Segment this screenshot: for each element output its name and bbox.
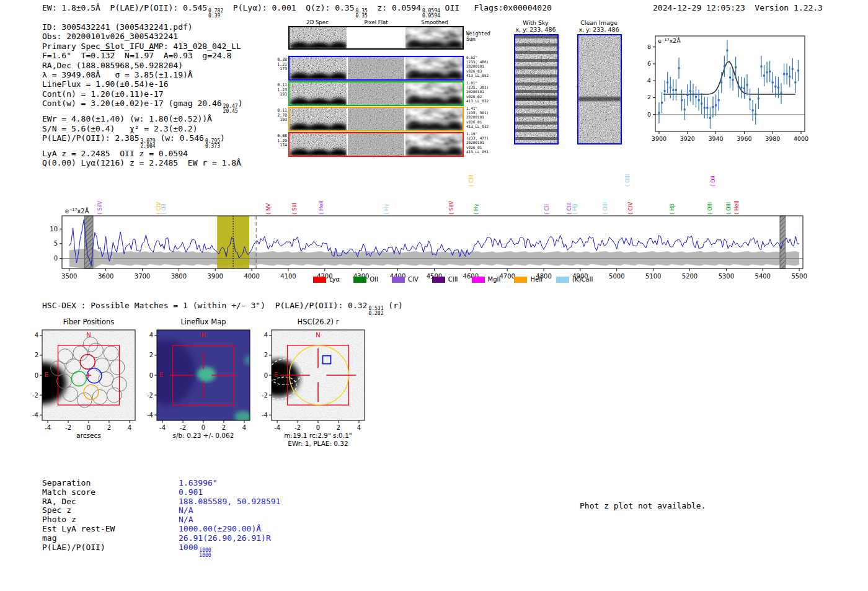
x-tick-label: 4100 [280,273,296,280]
y-tick-label: 2 [647,94,651,100]
smooth-cutout [405,82,463,105]
data-point [738,86,740,87]
x-tick-label: 3900 [208,273,223,280]
x-tick-label: 3920 [680,135,695,142]
flat-cutout [348,133,405,156]
x-tick-label: -2 [294,424,301,431]
legend-label: HeII [530,276,542,283]
info-line-1: Obs: 20200101v026_3005432241 [42,32,243,41]
y-tick-label: 6 [647,60,651,67]
smooth-cutout [405,27,463,48]
spec2d-col-header: Smoothed [407,19,463,25]
y-tick-label: -4 [147,412,153,419]
legend-label: CIII [448,276,458,283]
data-point [763,75,765,77]
x-tick-label: -4 [274,424,280,431]
table-row: RA, Dec188.085589, 50.928591 [42,497,280,507]
dark-continuum [405,37,463,48]
north-label: N [86,332,91,339]
dark-continuum [405,92,463,105]
y-tick-label: 4 [35,332,38,339]
y-tick-label: -4 [32,412,38,419]
x-tick-label: 2 [337,424,340,431]
spec-cutout [290,82,347,105]
lineflux-title: Lineflux Map [180,318,226,326]
flat-cutout [348,108,405,130]
legend-item: (K)CaII [556,276,593,283]
data-point [666,81,668,83]
y-tick-label: 0 [647,111,651,118]
x-tick-label: 2 [107,424,111,431]
data-point [732,79,734,81]
legend-item: MgII [472,276,501,283]
fiber-2d-row [288,132,464,157]
legend-item: CIV [392,276,418,283]
spectrum-legend: LyαOIICIVCIIIMgIIHeII(K)CaII [313,276,593,283]
line-fit-chart: 39003920394039603980400002468e⁻¹⁷x2Å [642,28,812,149]
data-point [740,87,742,89]
match-caption-2: EWr: 1, PLAE: 0.32 [288,440,348,447]
header-timestamp: 2024-12-29 12:05:23 Version 1.22.3 [653,3,823,12]
dark-continuum [405,143,463,156]
fiber-row-weights: 0.38 1.21 173 [273,58,287,72]
x-axis-label: arcsecs [76,432,100,439]
photz-note: Phot z plot not available. [580,501,706,510]
table-row: Spec zN/A [42,506,280,515]
data-point [724,66,725,68]
x-tick-label: 2 [222,424,226,431]
match-caption-1: m:19.1 rc:2.9" s:0.1" [284,432,352,439]
info-line-4: RA,Dec (188.085968,50.928204) [42,61,243,70]
y-tick-label: -2 [32,392,38,399]
match-row-label: Photo z [42,515,179,525]
match-row-label: RA, Dec [42,497,179,507]
fiber-title: Fiber Positions [63,318,115,326]
fiber-row-annotation: 0.52" (233, 486) 20200101 v026_03 413_LL… [466,55,489,78]
spec-cutout [290,57,347,79]
x-tick-label: 5000 [609,273,624,280]
legend-swatch [353,277,366,283]
match-row-value: N/A [179,515,193,525]
data-point [718,99,720,101]
data-point [698,99,700,101]
clean-image [577,34,622,144]
catalog-match-table: Separation1.63996"Match score0.901RA, De… [42,479,280,558]
data-point [715,104,717,106]
east-label: E [274,371,278,378]
clean-image-coords: x, y: 233, 486 [568,26,630,33]
dark-continuum [290,38,347,48]
match-row-label: Est LyA rest-EW [42,525,179,534]
y-tick-label: 5 [54,240,58,247]
fiber-row-annotation: 1.19" (233, 477) 20200101 v026_01 413_LL… [466,131,489,154]
x-tick-label: 5100 [645,273,661,280]
flat-cutout [348,57,405,79]
fiber-positions-panel: Fiber PositionsNE-4-4-2-2002244arcsecs [31,316,149,450]
y-tick-label: 0 [264,372,268,379]
match-row-value: 1.63996" [179,479,218,488]
detection-info-block: ID: 3005432241 (3005432241.pdf)Obs: 2020… [42,22,243,168]
fiber-2d-row [288,107,464,131]
spec2d-col-header: Pixel Flat [348,19,404,25]
hsc-title: HSC(26.2) r [298,318,339,326]
legend-label: Lyα [329,276,340,283]
fiber-row-weights: 0.08 1.29 174 [273,134,287,148]
info-line-5: λ = 3949.08Å σ = 3.85(±1.19)Å [42,70,243,79]
info-line-2: Primary Spec_Slot_IFU_AMP: 413_028_042_L… [42,42,243,51]
x-tick-label: 4000 [244,273,259,280]
data-point [780,92,782,94]
info-line-7: Cont(n) = 1.20(±0.11)e-17 [42,89,243,99]
match-row-label: Separation [42,479,179,488]
data-point [678,67,680,69]
data-point [729,76,731,78]
data-point [706,107,708,109]
data-point [658,112,660,114]
data-point [794,81,796,83]
info-line-10: S/N = 5.6(±0.4) χ² = 2.3(±0.2) [42,124,243,133]
spec-cutout [290,108,347,130]
match-row-label: Spec z [42,506,179,515]
data-point [749,99,751,100]
legend-swatch [556,277,569,283]
x-tick-label: 3940 [708,135,723,142]
legend-swatch [392,277,405,283]
legend-swatch [472,277,485,283]
x-tick-label: 0 [87,424,91,431]
